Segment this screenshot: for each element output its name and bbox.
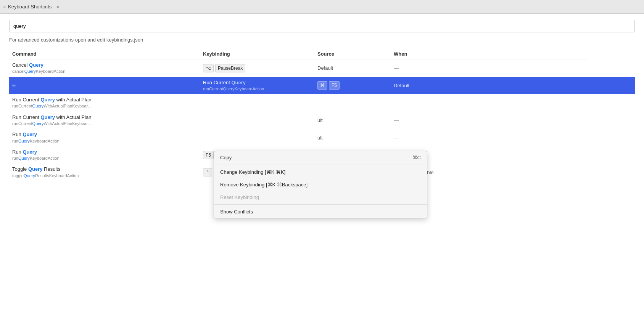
key-badge: ⌘ — [317, 81, 327, 90]
context-menu-item-copy[interactable]: Copy ⌘C — [214, 151, 427, 164]
reset-keybinding-label: Reset Keybinding — [220, 194, 259, 200]
table-row[interactable]: Run Current Query with Actual Plan runCu… — [9, 94, 635, 112]
command-cell: Run Current Query with Actual Plan runCu… — [9, 94, 200, 112]
column-source: Source — [314, 49, 391, 59]
keybinding-cell: ⌘ F5 — [314, 77, 391, 95]
keybinding-cell — [200, 129, 314, 146]
remove-keybinding-label: Remove Keybinding [⌘K ⌘Backspace] — [220, 182, 308, 188]
keybinding-cell: ⌥ PauseBreak — [200, 59, 314, 77]
source-cell: ult — [314, 129, 391, 146]
source-cell: Default — [391, 77, 588, 95]
column-keybinding: Keybinding — [200, 49, 314, 59]
keybinding-cell — [200, 94, 314, 112]
source-cell — [314, 94, 391, 112]
keybinding-cell — [200, 112, 314, 129]
tab-bar: ≡ Keyboard Shortcuts × — [0, 0, 644, 14]
tab-close-button[interactable]: × — [55, 3, 61, 11]
command-cell: Run Current Query with Actual Plan runCu… — [9, 112, 200, 129]
hint-text: For advanced customizations open and edi… — [9, 37, 635, 43]
command-cell: Run Current Query runCurrentQueryKeyboar… — [200, 77, 314, 95]
command-cell: Run Query runQueryKeyboardAction — [9, 129, 200, 146]
source-cell: Default — [314, 59, 391, 77]
pencil-icon: ✏ — [12, 83, 16, 88]
column-command: Command — [9, 49, 200, 59]
table-row[interactable]: ✏ Run Current Query runCurrentQueryKeybo… — [9, 77, 635, 95]
key-badge: ^ — [203, 168, 212, 176]
column-when: When — [391, 49, 588, 59]
table-row[interactable]: Cancel Query cancelQueryKeyboardAction ⌥… — [9, 59, 635, 77]
when-cell: — — [391, 59, 588, 77]
search-input[interactable] — [9, 20, 635, 32]
key-badge: F5 — [203, 151, 214, 159]
when-cell: — — [588, 77, 635, 95]
context-menu-item-show-conflicts[interactable]: Show Conflicts — [214, 205, 427, 218]
command-cell: Cancel Query cancelQueryKeyboardAction — [9, 59, 200, 77]
context-menu-divider-2 — [214, 204, 427, 205]
when-cell: — — [391, 112, 588, 129]
source-cell: ult — [314, 112, 391, 129]
context-menu-item-reset-keybinding: Reset Keybinding — [214, 191, 427, 204]
copy-shortcut: ⌘C — [412, 155, 421, 160]
when-cell: — — [391, 94, 588, 112]
context-menu: Copy ⌘C Change Keybinding [⌘K ⌘K] Remove… — [214, 151, 427, 218]
key-badge: ⌥ — [203, 64, 214, 72]
tab-title: Keyboard Shortcuts — [8, 4, 52, 10]
main-content: For advanced customizations open and edi… — [0, 14, 644, 327]
edit-icon-cell: ✏ — [9, 77, 200, 95]
context-menu-item-change-keybinding[interactable]: Change Keybinding [⌘K ⌘K] — [214, 166, 427, 178]
table-row[interactable]: Run Current Query with Actual Plan runCu… — [9, 112, 635, 129]
tab-menu-icon: ≡ — [3, 4, 6, 10]
key-badge: PauseBreak — [215, 64, 245, 72]
context-menu-divider — [214, 165, 427, 165]
when-cell: — — [391, 129, 588, 146]
command-cell: Toggle Query Results toggleQueryResultsK… — [9, 164, 200, 181]
key-badge: F5 — [329, 81, 340, 90]
keybindings-link[interactable]: keybindings.json — [106, 37, 143, 43]
copy-label: Copy — [220, 155, 232, 160]
table-row[interactable]: Run Query runQueryKeyboardAction ult — — [9, 129, 635, 146]
change-keybinding-label: Change Keybinding [⌘K ⌘K] — [220, 169, 285, 175]
context-menu-item-remove-keybinding[interactable]: Remove Keybinding [⌘K ⌘Backspace] — [214, 178, 427, 191]
show-conflicts-label: Show Conflicts — [220, 209, 253, 215]
command-cell: Run Query runQueryKeyboardAction — [9, 146, 200, 164]
